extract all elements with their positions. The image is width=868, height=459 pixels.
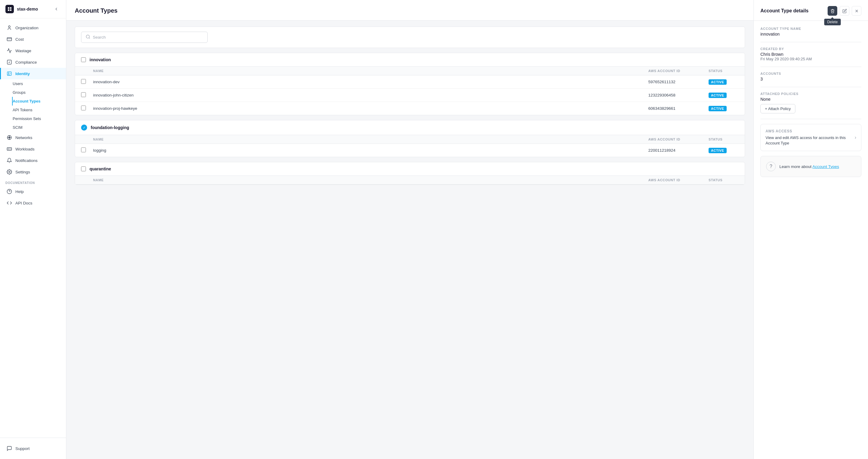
svg-point-22 [7, 190, 12, 194]
sidebar-item-identity[interactable]: Identity [0, 68, 66, 79]
row-name: logging [93, 148, 648, 152]
row-status: ACTIVE [709, 148, 739, 153]
col-status-header: STATUS [709, 178, 739, 182]
row-checkbox[interactable] [81, 79, 86, 84]
search-input-wrap[interactable] [81, 32, 208, 43]
divider [761, 119, 861, 119]
quarantine-header: quarantine [75, 162, 745, 176]
wastage-icon [6, 48, 12, 54]
status-badge: ACTIVE [709, 93, 727, 98]
foundation-logging-header: ✓ foundation-logging [75, 120, 745, 135]
delete-tooltip: Delete [824, 19, 841, 25]
foundation-logging-table-header: NAME AWS ACCOUNT ID STATUS [75, 135, 745, 144]
sidebar-item-compliance[interactable]: Compliance [0, 56, 66, 68]
created-by-field: CREATED BY Chris Brown Fri May 29 2020 0… [761, 47, 861, 61]
quarantine-table-header: NAME AWS ACCOUNT ID STATUS [75, 176, 745, 184]
identity-icon [6, 70, 12, 77]
organization-icon [6, 25, 12, 31]
sub-nav-account-types[interactable]: Account Types [12, 97, 66, 106]
search-input[interactable] [93, 35, 203, 39]
chevron-right-icon: › [855, 135, 856, 140]
svg-rect-1 [10, 7, 11, 9]
col-status-header: STATUS [709, 138, 739, 141]
row-aws-id: 123229306458 [648, 93, 709, 97]
sub-nav-scim[interactable]: SCIM [12, 123, 66, 132]
row-checkbox[interactable] [81, 147, 86, 152]
panel-title: Account Type details [761, 8, 809, 13]
col-aws-id-header: AWS ACCOUNT ID [648, 178, 709, 182]
sidebar-item-workloads[interactable]: Workloads [0, 143, 66, 155]
search-icon [86, 34, 90, 40]
aws-access-card[interactable]: AWS ACCESS View and edit AWS access for … [761, 124, 861, 151]
row-status: ACTIVE [709, 93, 739, 98]
sidebar-item-organization-label: Organization [16, 26, 38, 30]
status-badge: ACTIVE [709, 79, 727, 85]
col-checkbox-space [81, 69, 93, 73]
row-checkbox[interactable] [81, 106, 86, 110]
aws-access-content: AWS ACCESS View and edit AWS access for … [766, 129, 855, 146]
sidebar-item-wastage[interactable]: Wastage [0, 45, 66, 56]
sidebar-item-notifications[interactable]: Notifications [0, 155, 66, 166]
learn-more-link[interactable]: Account Types [812, 164, 839, 169]
created-by-date: Fri May 29 2020 09:40:25 AM [761, 57, 861, 61]
sidebar-item-cost[interactable]: Cost [0, 33, 66, 45]
account-type-foundation-logging: ✓ foundation-logging NAME AWS ACCOUNT ID… [75, 120, 745, 157]
svg-point-9 [8, 73, 9, 74]
collapse-button[interactable] [52, 5, 61, 13]
account-type-quarantine: quarantine NAME AWS ACCOUNT ID STATUS [75, 162, 745, 185]
accounts-field: ACCOUNTS 3 [761, 72, 861, 81]
sidebar-item-wastage-label: Wastage [16, 49, 31, 53]
question-icon: ? [766, 162, 776, 171]
created-by-name: Chris Brown [761, 52, 861, 57]
attached-policies-label: ATTACHED POLICIES [761, 92, 861, 95]
table-row: innovation-john-citizen 123229306458 ACT… [75, 89, 745, 102]
quarantine-checkbox[interactable] [81, 167, 86, 171]
sidebar-item-support[interactable]: Support [0, 443, 66, 454]
aws-access-title: AWS ACCESS [766, 129, 855, 133]
main-content: Account Types innovation NAME AWS ACCOUN… [66, 0, 753, 459]
sub-nav-groups[interactable]: Groups [12, 88, 66, 97]
close-button[interactable] [852, 6, 861, 16]
svg-rect-5 [7, 38, 12, 41]
learn-more-label: Learn more about [779, 164, 812, 169]
col-checkbox-space [81, 138, 93, 141]
row-status: ACTIVE [709, 106, 739, 111]
networks-icon [6, 135, 12, 141]
row-status: ACTIVE [709, 79, 739, 85]
learn-more-card: ? Learn more about Account Types [761, 156, 861, 177]
sub-nav-permission-sets[interactable]: Permission Sets [12, 114, 66, 123]
sidebar-item-networks[interactable]: Networks [0, 132, 66, 143]
svg-rect-0 [8, 7, 9, 9]
row-aws-id: 606343829661 [648, 106, 709, 111]
identity-sub-nav: Users Groups Account Types API Tokens Pe… [0, 79, 66, 132]
sub-nav-api-tokens[interactable]: API Tokens [12, 106, 66, 114]
sidebar-item-api-docs[interactable]: API Docs [0, 197, 66, 209]
status-badge: ACTIVE [709, 148, 727, 153]
innovation-checkbox[interactable] [81, 57, 86, 62]
table-row: innovation-dev 597652611132 ACTIVE [75, 76, 745, 89]
sidebar-item-api-docs-label: API Docs [16, 201, 32, 205]
sidebar-item-help[interactable]: Help [0, 186, 66, 197]
compliance-icon [6, 59, 12, 65]
sidebar: stax-demo Organization Cost Wastage [0, 0, 66, 459]
edit-button[interactable] [840, 6, 849, 16]
row-checkbox[interactable] [81, 92, 86, 97]
sidebar-item-settings[interactable]: Settings [0, 166, 66, 178]
svg-rect-3 [10, 9, 11, 11]
svg-line-25 [89, 38, 90, 38]
svg-rect-2 [8, 9, 9, 11]
divider [761, 67, 861, 67]
account-type-name-label: ACCOUNT TYPE NAME [761, 27, 861, 30]
sub-nav-users[interactable]: Users [12, 79, 66, 88]
app-logo [5, 5, 14, 13]
workloads-icon [6, 146, 12, 152]
sidebar-nav: Organization Cost Wastage Compliance [0, 19, 66, 438]
status-badge: ACTIVE [709, 106, 727, 111]
panel-header: Account Type details Delete [754, 0, 868, 21]
sidebar-item-organization[interactable]: Organization [0, 22, 66, 33]
delete-button[interactable] [828, 6, 837, 16]
sidebar-item-notifications-label: Notifications [16, 158, 38, 163]
row-aws-id: 220011218924 [648, 148, 709, 152]
sidebar-item-workloads-label: Workloads [16, 147, 35, 151]
attach-policy-button[interactable]: + Attach Policy [761, 104, 795, 113]
